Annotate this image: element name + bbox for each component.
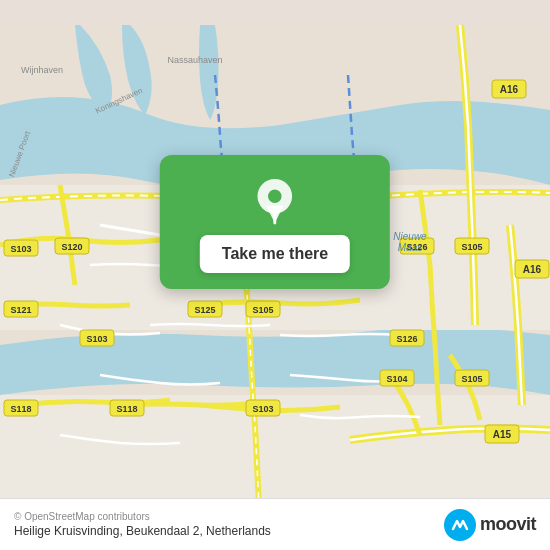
svg-point-45 <box>268 189 281 202</box>
svg-text:S125: S125 <box>194 305 215 315</box>
location-name: Heilige Kruisvinding, Beukendaal 2, Neth… <box>14 524 271 538</box>
moovit-logo-icon <box>444 509 476 541</box>
svg-text:A15: A15 <box>493 429 512 440</box>
svg-text:S104: S104 <box>386 374 407 384</box>
svg-text:S118: S118 <box>116 404 137 414</box>
bottom-bar: © OpenStreetMap contributors Heilige Kru… <box>0 498 550 550</box>
svg-text:S105: S105 <box>252 305 273 315</box>
svg-text:Nieuwe: Nieuwe <box>393 231 427 242</box>
svg-text:A16: A16 <box>500 84 519 95</box>
svg-text:S103: S103 <box>252 404 273 414</box>
svg-text:S105: S105 <box>461 374 482 384</box>
green-card: Take me there <box>160 155 390 289</box>
svg-text:Wijnhaven: Wijnhaven <box>21 65 63 75</box>
svg-text:S105: S105 <box>461 242 482 252</box>
take-me-there-button[interactable]: Take me there <box>200 235 350 273</box>
moovit-logo-text: moovit <box>480 514 536 535</box>
map-container: S103 S120 S121 S118 S118 S103 S125 S105 … <box>0 0 550 550</box>
attribution-text: © OpenStreetMap contributors <box>14 511 271 522</box>
svg-text:Maas: Maas <box>398 242 422 253</box>
svg-text:S126: S126 <box>396 334 417 344</box>
moovit-logo: moovit <box>444 509 536 541</box>
svg-text:Nassauhaven: Nassauhaven <box>167 55 222 65</box>
svg-text:S103: S103 <box>10 244 31 254</box>
cta-overlay: Take me there <box>160 155 390 289</box>
svg-text:S121: S121 <box>10 305 31 315</box>
svg-text:A16: A16 <box>523 264 542 275</box>
location-label: © OpenStreetMap contributors Heilige Kru… <box>14 511 271 538</box>
svg-text:S118: S118 <box>10 404 31 414</box>
location-pin-icon <box>255 177 295 225</box>
svg-text:S120: S120 <box>61 242 82 252</box>
svg-text:S103: S103 <box>86 334 107 344</box>
